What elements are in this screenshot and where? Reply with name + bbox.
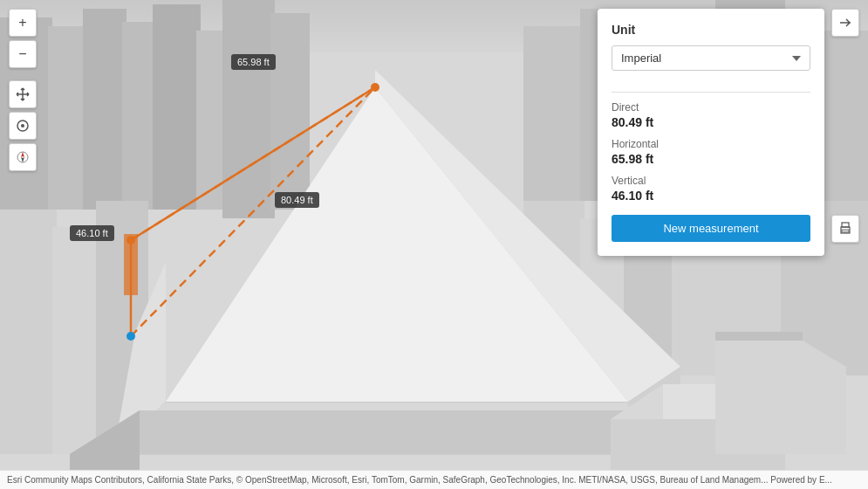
svg-rect-19: [0, 210, 57, 454]
attribution-text: Esri Community Maps Contributors, Califo…: [7, 475, 832, 485]
svg-rect-1: [48, 26, 87, 210]
direct-label: Direct: [612, 101, 810, 114]
measurement-panel: Unit Imperial Metric Direct 80.49 ft Hor…: [598, 9, 824, 256]
zoom-to-extent-button[interactable]: [9, 112, 37, 140]
zoom-out-button[interactable]: −: [9, 40, 37, 68]
pan-icon: [16, 87, 30, 101]
svg-marker-41: [715, 341, 846, 454]
attribution-bar: Esri Community Maps Contributors, Califo…: [0, 470, 868, 489]
svg-point-44: [21, 124, 24, 127]
svg-point-32: [371, 83, 379, 92]
expand-icon: [839, 17, 851, 29]
svg-marker-42: [715, 332, 803, 341]
print-icon: [838, 222, 852, 236]
compass-button[interactable]: [9, 143, 37, 171]
svg-rect-4: [153, 4, 201, 210]
compass-icon: [16, 150, 30, 164]
horizontal-label: Horizontal: [612, 138, 810, 150]
print-button[interactable]: [831, 215, 859, 243]
svg-rect-8: [523, 26, 584, 201]
zoom-in-button[interactable]: +: [9, 9, 37, 37]
svg-rect-6: [222, 0, 275, 218]
extent-icon: [16, 119, 30, 133]
pan-button[interactable]: [9, 80, 37, 108]
svg-point-33: [126, 236, 135, 244]
svg-rect-3: [122, 22, 157, 210]
direct-value: 80.49 ft: [612, 115, 810, 129]
vertical-value: 46.10 ft: [612, 189, 810, 203]
svg-rect-50: [842, 230, 849, 232]
divider: [612, 92, 810, 93]
vertical-label: Vertical: [612, 175, 810, 187]
svg-marker-46: [21, 152, 24, 157]
svg-rect-2: [83, 9, 126, 210]
svg-point-34: [126, 332, 135, 341]
horizontal-value: 65.98 ft: [612, 152, 810, 166]
svg-rect-49: [842, 223, 849, 227]
unit-select[interactable]: Imperial Metric: [612, 45, 810, 71]
left-toolbar: + −: [9, 9, 37, 171]
svg-rect-7: [270, 13, 310, 210]
new-measurement-button[interactable]: New measurement: [612, 215, 810, 242]
panel-title: Unit: [612, 23, 810, 37]
svg-rect-20: [52, 227, 100, 454]
expand-button[interactable]: [831, 9, 859, 37]
svg-marker-47: [21, 157, 24, 162]
right-toolbar: [831, 9, 859, 243]
